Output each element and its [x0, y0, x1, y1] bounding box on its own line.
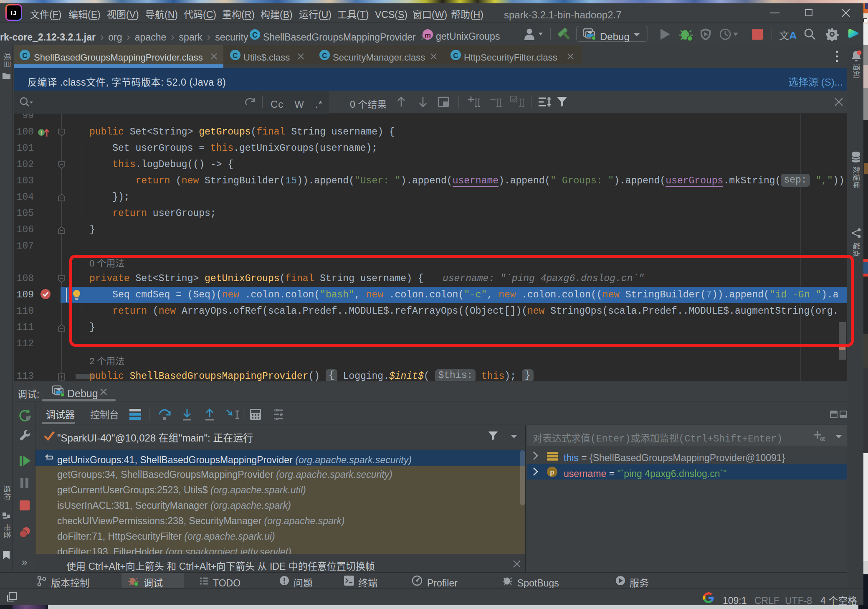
svg-text:I: I [40, 129, 42, 136]
